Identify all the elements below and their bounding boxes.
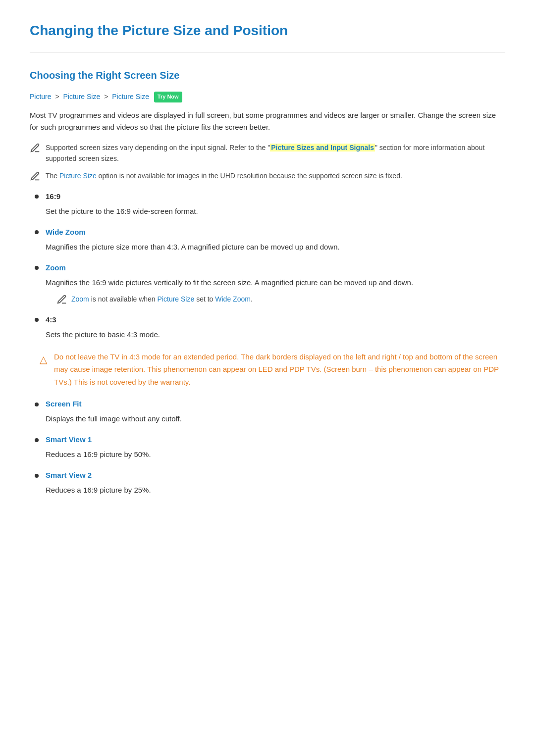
- bullet-dot-16-9: [35, 195, 39, 199]
- try-now-badge[interactable]: Try Now: [154, 92, 182, 102]
- sub-note-picture-size-link: Picture Size: [158, 295, 195, 303]
- bullet-title-4-3: 4:3: [46, 314, 56, 326]
- page-title: Changing the Picture Size and Position: [30, 20, 505, 52]
- bullet-header-4-3: 4:3: [35, 314, 505, 326]
- sub-note-wide-zoom-link: Wide Zoom: [215, 295, 251, 303]
- bullet-dot-screen-fit: [35, 403, 39, 406]
- bullet-desc-screen-fit: Displays the full image without any cuto…: [35, 413, 505, 425]
- bullet-item-screen-fit: Screen Fit Displays the full image witho…: [35, 398, 505, 425]
- bullet-desc-4-3: Sets the picture to basic 4:3 mode.: [35, 329, 505, 341]
- bullet-title-smart-view-2: Smart View 2: [46, 469, 92, 481]
- note-item-1: Supported screen sizes vary depending on…: [30, 142, 505, 164]
- bullet-desc-smart-view-2: Reduces a 16:9 picture by 25%.: [35, 484, 505, 496]
- breadcrumb-picture-size-1[interactable]: Picture Size: [63, 93, 101, 101]
- bullet-dot-smart-view-2: [35, 474, 39, 478]
- bullet-desc-wide-zoom: Magnifies the picture size more than 4:3…: [35, 241, 505, 253]
- notes-list: Supported screen sizes vary depending on…: [30, 142, 505, 182]
- bullet-header-smart-view-2: Smart View 2: [35, 469, 505, 481]
- bullet-dot-4-3: [35, 318, 39, 322]
- bullet-title-16-9: 16:9: [46, 191, 60, 202]
- sub-note-zoom-text: Zoom is not available when Picture Size …: [71, 294, 253, 304]
- bullet-desc-zoom: Magnifies the 16:9 wide pictures vertica…: [35, 277, 505, 305]
- warning-text-4-3: Do not leave the TV in 4:3 mode for an e…: [54, 351, 505, 389]
- bullet-header-zoom: Zoom: [35, 262, 505, 274]
- bullet-dot-wide-zoom: [35, 230, 39, 234]
- bullet-title-screen-fit: Screen Fit: [46, 398, 82, 410]
- bullet-title-smart-view-1: Smart View 1: [46, 434, 92, 446]
- bullet-header-smart-view-1: Smart View 1: [35, 434, 505, 446]
- note-text-1: Supported screen sizes vary depending on…: [46, 142, 505, 164]
- breadcrumb-picture[interactable]: Picture: [30, 93, 52, 101]
- bullet-item-wide-zoom: Wide Zoom Magnifies the picture size mor…: [35, 226, 505, 253]
- bullet-header-16-9: 16:9: [35, 191, 505, 202]
- note-item-2: The Picture Size option is not available…: [30, 170, 505, 182]
- bullet-desc-smart-view-1: Reduces a 16:9 picture by 50%.: [35, 449, 505, 460]
- bullet-item-smart-view-2: Smart View 2 Reduces a 16:9 picture by 2…: [35, 469, 505, 496]
- note-highlight-1: Picture Sizes and Input Signals: [270, 144, 375, 151]
- bullet-list: 16:9 Set the picture to the 16:9 wide-sc…: [30, 191, 505, 497]
- bullet-desc-16-9: Set the picture to the 16:9 wide-screen …: [35, 205, 505, 217]
- bullet-title-zoom: Zoom: [46, 262, 66, 274]
- breadcrumb-sep-2: >: [104, 93, 108, 101]
- warning-box-4-3: △ Do not leave the TV in 4:3 mode for an…: [35, 351, 505, 389]
- intro-text: Most TV programmes and videos are displa…: [30, 109, 505, 133]
- sub-note-zoom: Zoom is not available when Picture Size …: [46, 294, 505, 305]
- bullet-header-wide-zoom: Wide Zoom: [35, 226, 505, 238]
- breadcrumb-sep-1: >: [55, 93, 59, 101]
- pencil-icon-1: [30, 143, 41, 153]
- pencil-icon-2: [30, 171, 41, 182]
- section-title: Choosing the Right Screen Size: [30, 67, 505, 83]
- bullet-item-4-3: 4:3 Sets the picture to basic 4:3 mode. …: [35, 314, 505, 389]
- breadcrumb: Picture > Picture Size > Picture Size Tr…: [30, 91, 505, 102]
- pencil-icon-zoom: [56, 294, 67, 305]
- bullet-dot-smart-view-1: [35, 438, 39, 442]
- warning-icon-4-3: △: [40, 352, 47, 367]
- note-link-picture-size: Picture Size: [59, 172, 97, 180]
- bullet-item-16-9: 16:9 Set the picture to the 16:9 wide-sc…: [35, 191, 505, 217]
- breadcrumb-picture-size-2[interactable]: Picture Size: [112, 93, 149, 101]
- bullet-item-zoom: Zoom Magnifies the 16:9 wide pictures ve…: [35, 262, 505, 305]
- bullet-title-wide-zoom: Wide Zoom: [46, 226, 86, 238]
- bullet-header-screen-fit: Screen Fit: [35, 398, 505, 410]
- bullet-item-smart-view-1: Smart View 1 Reduces a 16:9 picture by 5…: [35, 434, 505, 460]
- bullet-dot-zoom: [35, 266, 39, 270]
- sub-note-zoom-link: Zoom: [71, 295, 89, 303]
- note-text-2: The Picture Size option is not available…: [46, 170, 402, 181]
